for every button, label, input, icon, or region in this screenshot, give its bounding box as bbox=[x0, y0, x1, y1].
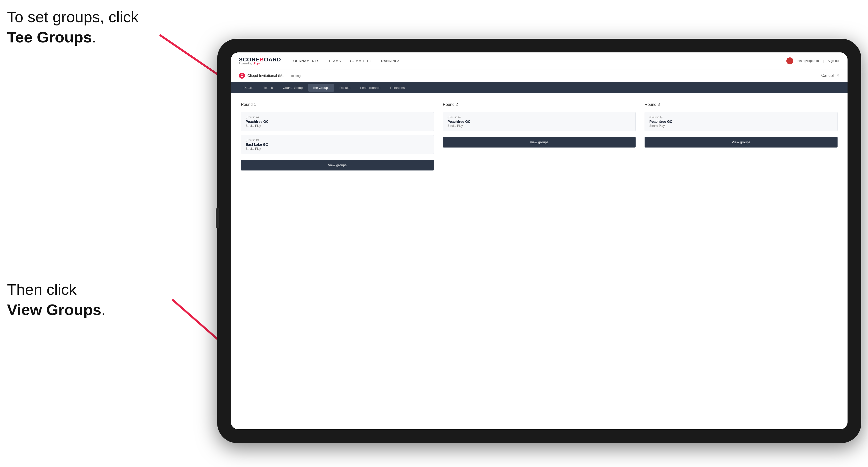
instruction-bottom-line1: Then click bbox=[7, 280, 105, 300]
logo-sub: Powered by clippit bbox=[239, 62, 281, 65]
separator: | bbox=[823, 59, 824, 63]
round-1-course-a-format: Stroke Play bbox=[246, 124, 429, 128]
round-3-column: Round 3 (Course A) Peachtree GC Stroke P… bbox=[645, 102, 838, 170]
round-3-course-a-label: (Course A) bbox=[649, 116, 833, 119]
round-3-course-a-card: (Course A) Peachtree GC Stroke Play bbox=[645, 112, 838, 131]
breadcrumb-logo: C bbox=[239, 73, 245, 79]
tab-bar: Details Teams Course Setup Tee Groups Re… bbox=[231, 82, 847, 93]
tab-results[interactable]: Results bbox=[335, 84, 355, 92]
instruction-top: To set groups, click Tee Groups. bbox=[7, 7, 138, 47]
scoreboard-logo: SCOREBOARD Powered by clippit bbox=[239, 57, 281, 65]
round-1-course-a-card: (Course A) Peachtree GC Stroke Play bbox=[241, 112, 434, 131]
tab-details[interactable]: Details bbox=[239, 84, 258, 92]
round-1-course-a-name: Peachtree GC bbox=[246, 120, 429, 124]
tablet-screen: SCOREBOARD Powered by clippit TOURNAMENT… bbox=[231, 53, 847, 429]
round-1-column: Round 1 (Course A) Peachtree GC Stroke P… bbox=[241, 102, 434, 170]
round-3-course-a-format: Stroke Play bbox=[649, 124, 833, 128]
round-2-column: Round 2 (Course A) Peachtree GC Stroke P… bbox=[443, 102, 636, 170]
nav-links: TOURNAMENTS TEAMS COMMITTEE RANKINGS bbox=[291, 59, 786, 63]
user-email: blair@clippd.io bbox=[797, 59, 818, 63]
round-1-course-a-label: (Course A) bbox=[246, 116, 429, 119]
round-1-course-b-card: (Course B) East Lake GC Stroke Play bbox=[241, 135, 434, 154]
round-3-view-groups-button[interactable]: View groups bbox=[645, 137, 838, 148]
round-1-course-b-name: East Lake GC bbox=[246, 143, 429, 147]
round-2-course-a-format: Stroke Play bbox=[447, 124, 631, 128]
user-avatar bbox=[786, 57, 793, 64]
logo-main: SCOREBOARD bbox=[239, 57, 281, 62]
instruction-bottom: Then click View Groups. bbox=[7, 280, 105, 320]
tee-groups-highlight: Tee Groups bbox=[7, 28, 92, 46]
round-2-course-a-card: (Course A) Peachtree GC Stroke Play bbox=[443, 112, 636, 131]
tab-leaderboards[interactable]: Leaderboards bbox=[356, 84, 385, 92]
cancel-button[interactable]: Cancel ✕ bbox=[820, 73, 840, 78]
round-2-course-a-label: (Course A) bbox=[447, 116, 631, 119]
round-3-course-a-name: Peachtree GC bbox=[649, 120, 833, 124]
round-3-title: Round 3 bbox=[645, 102, 838, 107]
main-content: Round 1 (Course A) Peachtree GC Stroke P… bbox=[231, 93, 847, 429]
tab-teams[interactable]: Teams bbox=[259, 84, 277, 92]
sign-out-link[interactable]: Sign out bbox=[828, 59, 840, 63]
instruction-bottom-line2: View Groups. bbox=[7, 300, 105, 320]
round-1-view-groups-button[interactable]: View groups bbox=[241, 160, 434, 170]
tablet-shell: SCOREBOARD Powered by clippit TOURNAMENT… bbox=[217, 39, 861, 443]
instruction-top-line1: To set groups, click bbox=[7, 7, 138, 27]
breadcrumb-text: Clippd Invitational (M... Hosting bbox=[247, 73, 820, 77]
app-nav: SCOREBOARD Powered by clippit TOURNAMENT… bbox=[231, 53, 847, 69]
rounds-grid: Round 1 (Course A) Peachtree GC Stroke P… bbox=[241, 102, 838, 170]
round-1-course-b-label: (Course B) bbox=[246, 138, 429, 142]
round-1-course-b-format: Stroke Play bbox=[246, 147, 429, 151]
round-2-title: Round 2 bbox=[443, 102, 636, 107]
nav-teams[interactable]: TEAMS bbox=[328, 59, 341, 63]
round-2-view-groups-button[interactable]: View groups bbox=[443, 137, 636, 148]
instruction-top-line2: Tee Groups. bbox=[7, 27, 138, 48]
nav-committee[interactable]: COMMITTEE bbox=[350, 59, 372, 63]
breadcrumb-bar: C Clippd Invitational (M... Hosting Canc… bbox=[231, 69, 847, 82]
nav-tournaments[interactable]: TOURNAMENTS bbox=[291, 59, 319, 63]
nav-rankings[interactable]: RANKINGS bbox=[381, 59, 400, 63]
tab-tee-groups[interactable]: Tee Groups bbox=[308, 84, 334, 92]
tab-course-setup[interactable]: Course Setup bbox=[278, 84, 307, 92]
round-2-course-a-name: Peachtree GC bbox=[447, 120, 631, 124]
view-groups-highlight: View Groups bbox=[7, 301, 101, 318]
round-1-title: Round 1 bbox=[241, 102, 434, 107]
tab-printables[interactable]: Printables bbox=[386, 84, 409, 92]
tablet-side-button bbox=[216, 209, 219, 228]
nav-right: blair@clippd.io | Sign out bbox=[786, 57, 840, 64]
